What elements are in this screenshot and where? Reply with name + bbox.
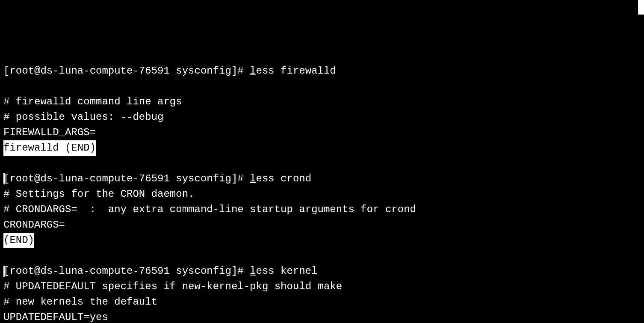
shell-prompt-line: [root@ds-luna-compute-76591 sysconfig]# …	[3, 63, 641, 79]
shell-prompt: [root@ds-luna-compute-76591 sysconfig]#	[3, 265, 250, 277]
file-content-line: # Settings for the CRON daemon.	[3, 187, 641, 202]
less-end-marker: (END)	[3, 233, 34, 248]
file-content-line: UPDATEDEFAULT=yes	[3, 310, 641, 323]
less-end-marker: firewalld (END)	[3, 140, 96, 156]
file-content-line: FIREWALLD_ARGS=	[3, 125, 641, 140]
shell-prompt: [root@ds-luna-compute-76591 sysconfig]#	[3, 173, 250, 184]
shell-prompt-line: [root@ds-luna-compute-76591 sysconfig]# …	[3, 171, 641, 187]
shell-prompt-line: [root@ds-luna-compute-76591 sysconfig]# …	[3, 264, 641, 279]
file-content-line: # possible values: --debug	[3, 110, 641, 125]
terminal-output[interactable]: [root@ds-luna-compute-76591 sysconfig]# …	[3, 63, 641, 323]
file-content-line: # UPDATEDEFAULT specifies if new-kernel-…	[3, 279, 641, 294]
file-content-line: CRONDARGS=	[3, 217, 641, 233]
shell-prompt: [root@ds-luna-compute-76591 sysconfig]#	[3, 65, 250, 77]
file-content-line: # CRONDARGS= : any extra command-line st…	[3, 202, 641, 217]
file-content-line: # firewalld command line args	[3, 94, 641, 110]
scrollbar-thumb[interactable]	[638, 0, 644, 15]
file-content-line: # new kernels the default	[3, 294, 641, 310]
